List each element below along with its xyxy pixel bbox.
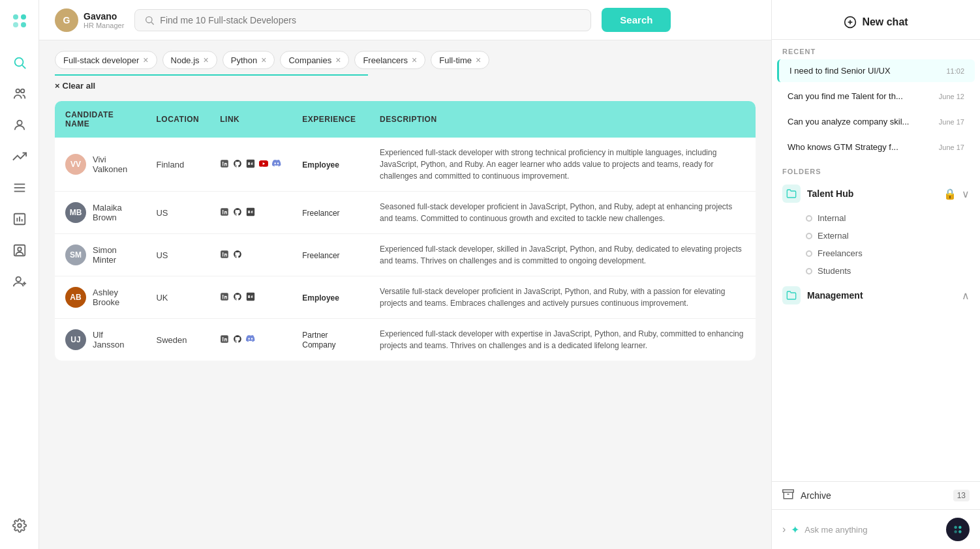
- candidate-links-4: [209, 319, 292, 361]
- nav-add-user-icon[interactable]: [7, 269, 33, 295]
- folder-talent-hub-actions: 🔒 ∨: [943, 188, 970, 200]
- nav-search-icon[interactable]: [7, 50, 33, 76]
- nav-person-icon[interactable]: [7, 112, 33, 138]
- subfolder-internal[interactable]: Internal: [772, 209, 980, 227]
- candidate-avatar-4: UJ: [65, 329, 86, 350]
- app-logo: [9, 10, 30, 34]
- candidate-name-text-2: Simon Minter: [93, 245, 135, 265]
- candidate-experience-1: Freelancer: [292, 192, 369, 234]
- subfolder-students[interactable]: Students: [772, 262, 980, 280]
- candidate-name-text-4: Ulf Jansson: [93, 330, 135, 349]
- table-row[interactable]: UJUlf JanssonSwedenPartner CompanyExperi…: [55, 319, 756, 361]
- settings-icon[interactable]: [7, 512, 33, 539]
- svg-point-22: [146, 16, 152, 22]
- search-bar-icon: [144, 15, 155, 25]
- user-role: HR Manager: [84, 22, 124, 29]
- yt-icon[interactable]: [259, 159, 268, 170]
- candidate-name-3: ABAshley Brooke: [55, 276, 145, 319]
- subfolder-external-label: External: [818, 231, 849, 241]
- table-container: CANDIDATE NAME LOCATION LINK EXPERIENCE …: [39, 91, 771, 549]
- clear-all-x: ×: [55, 81, 60, 91]
- nav-contact-icon[interactable]: [7, 237, 33, 263]
- folder-lock-icon: 🔒: [943, 188, 957, 200]
- search-bar[interactable]: [134, 9, 591, 31]
- candidate-description-2: Experienced full-stack developer, skille…: [369, 234, 756, 276]
- candidate-links-0: [209, 138, 292, 192]
- tag-freelancers-remove[interactable]: ×: [412, 55, 417, 65]
- gh-icon[interactable]: [233, 334, 242, 346]
- ask-expand-icon[interactable]: ›: [782, 524, 786, 535]
- tag-python-remove[interactable]: ×: [261, 55, 266, 65]
- svg-line-23: [151, 22, 154, 25]
- in-icon[interactable]: [220, 250, 229, 261]
- candidates-table: CANDIDATE NAME LOCATION LINK EXPERIENCE …: [55, 101, 756, 361]
- col-location: LOCATION: [145, 101, 209, 138]
- folder-management-collapse-icon[interactable]: ∧: [962, 289, 970, 302]
- gh-icon[interactable]: [233, 207, 242, 218]
- chat-item-3[interactable]: Who knows GTM Strategy f... June 17: [777, 136, 975, 158]
- clear-all-button[interactable]: × Clear all: [55, 81, 756, 91]
- archive-row[interactable]: Archive 13: [772, 481, 980, 509]
- svg-point-7: [20, 89, 24, 93]
- bh-icon[interactable]: [246, 292, 255, 303]
- gh-icon[interactable]: [233, 159, 242, 170]
- archive-icon: [782, 488, 794, 503]
- candidate-experience-3: Employee: [292, 276, 369, 319]
- clear-all-label: Clear all: [63, 81, 96, 91]
- candidate-name-0: VVVivi Valkonen: [55, 138, 145, 192]
- tag-nodejs: Node.js ×: [162, 51, 217, 69]
- in-icon[interactable]: [220, 292, 229, 303]
- nav-list-icon[interactable]: [7, 175, 33, 201]
- table-row[interactable]: MBMalaika BrownUSFreelancerSeasoned full…: [55, 192, 756, 234]
- in-icon[interactable]: [220, 207, 229, 218]
- nav-report-icon[interactable]: [7, 206, 33, 232]
- search-input[interactable]: [160, 15, 581, 25]
- chat-item-2[interactable]: Can you analyze company skil... June 17: [777, 110, 975, 133]
- candidate-location-0: Finland: [145, 138, 209, 192]
- in-icon[interactable]: [220, 159, 229, 170]
- tag-fulltime-remove[interactable]: ×: [476, 55, 481, 65]
- tag-fullstack-remove[interactable]: ×: [143, 55, 148, 65]
- svg-point-36: [954, 530, 957, 533]
- gh-icon[interactable]: [233, 292, 242, 303]
- folder-talent-hub[interactable]: Talent Hub 🔒 ∨: [772, 178, 980, 209]
- chat-item-0[interactable]: I need to find Senior UI/UX 11:02: [777, 59, 975, 82]
- search-button[interactable]: Search: [602, 8, 671, 32]
- candidate-links-3: [209, 276, 292, 319]
- ask-avatar-button[interactable]: [946, 518, 970, 541]
- svg-point-4: [14, 58, 23, 67]
- main-content: G Gavano HR Manager Search Full-stack de…: [39, 0, 771, 549]
- chat-text-0: I need to find Senior UI/UX: [789, 66, 941, 76]
- tag-nodejs-label: Node.js: [171, 55, 200, 65]
- candidate-name-text-1: Malaika Brown: [93, 203, 135, 222]
- gh-icon[interactable]: [233, 250, 242, 261]
- new-chat-button[interactable]: New chat: [772, 0, 980, 40]
- tag-companies-remove[interactable]: ×: [335, 55, 341, 65]
- candidate-name-1: MBMalaika Brown: [55, 192, 145, 234]
- chat-item-1[interactable]: Can you find me Talent for th... June 12: [777, 85, 975, 108]
- filter-divider: [55, 74, 368, 76]
- tag-nodejs-remove[interactable]: ×: [204, 55, 209, 65]
- tag-freelancers: Freelancers ×: [354, 51, 425, 69]
- table-row[interactable]: VVVivi ValkonenFinlandEmployeeExperience…: [55, 138, 756, 192]
- bh-icon[interactable]: [246, 207, 255, 218]
- chat-date-2: June 17: [939, 118, 964, 126]
- subfolder-external[interactable]: External: [772, 227, 980, 245]
- nav-trends-icon[interactable]: [7, 143, 33, 170]
- chat-date-3: June 17: [939, 143, 964, 151]
- ask-placeholder[interactable]: Ask me anything: [804, 525, 941, 535]
- dc-icon[interactable]: [246, 334, 255, 346]
- folder-expand-icon[interactable]: ∨: [962, 188, 970, 200]
- in-icon[interactable]: [220, 334, 229, 346]
- svg-point-21: [18, 524, 22, 527]
- tag-freelancers-label: Freelancers: [363, 55, 408, 65]
- table-row[interactable]: SMSimon MinterUSFreelancerExperienced fu…: [55, 234, 756, 276]
- table-row[interactable]: ABAshley BrookeUKEmployeeVersatile full-…: [55, 276, 756, 319]
- chat-text-3: Who knows GTM Strategy f...: [788, 142, 934, 152]
- nav-team-icon[interactable]: [7, 81, 33, 107]
- dc-icon[interactable]: [272, 159, 281, 170]
- subfolder-freelancers[interactable]: Freelancers: [772, 245, 980, 262]
- folder-management[interactable]: Management ∧: [772, 280, 980, 311]
- svg-point-6: [16, 89, 20, 93]
- bh-icon[interactable]: [246, 159, 255, 170]
